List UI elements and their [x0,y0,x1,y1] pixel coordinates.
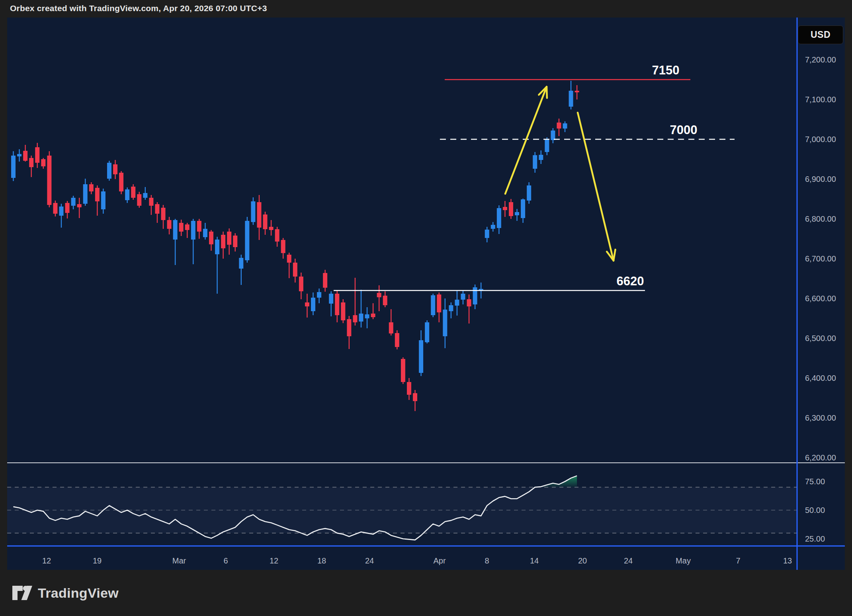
candle [119,171,123,194]
candle [527,182,531,204]
candle [137,192,141,208]
tradingview-chart-window: Orbex created with TradingView.com, Apr … [0,0,852,616]
candle [107,161,111,181]
candle [251,197,255,225]
tradingview-logo-icon [12,585,33,601]
level-line-7000-label: 7000 [670,123,698,137]
candle [425,320,429,343]
candle [47,151,51,207]
tradingview-branding[interactable]: TradingView [12,585,119,601]
chart-canvas[interactable]: 715070006620 [0,0,852,616]
candle [431,294,435,317]
candle [245,217,249,263]
candle [401,357,405,384]
candle [11,151,16,181]
support-line-6620-label: 6620 [617,274,644,288]
currency-badge[interactable]: USD [798,25,843,44]
candle [395,330,399,349]
resistance-line-7150-label: 7150 [652,63,680,77]
tradingview-brand-text: TradingView [38,585,119,601]
candle [341,299,345,323]
